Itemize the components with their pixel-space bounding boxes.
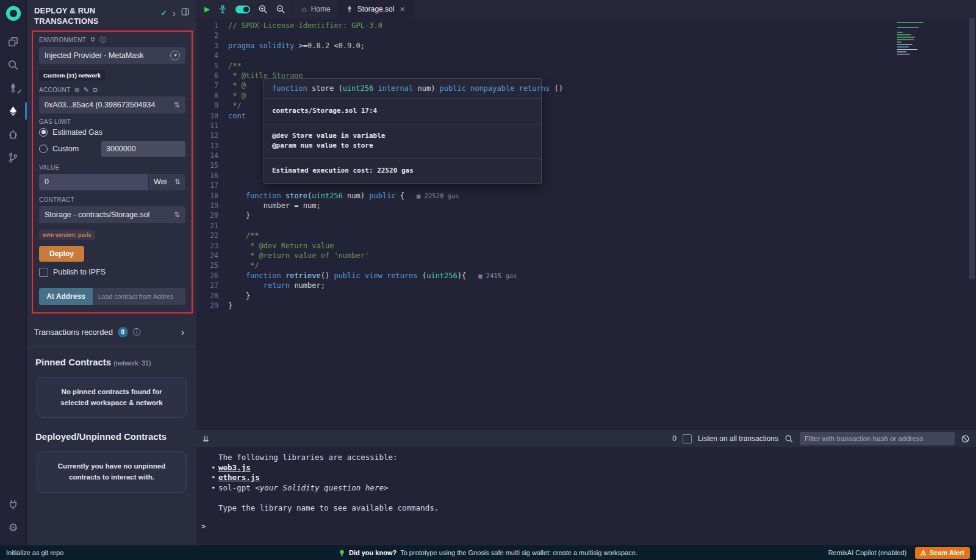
search-icon[interactable] bbox=[0, 53, 27, 76]
pin-panel-icon[interactable] bbox=[181, 7, 189, 18]
updown-icon: ⇅ bbox=[174, 210, 180, 219]
value-unit-select[interactable]: Wei ⇅ bbox=[149, 174, 185, 190]
line-number: 1 bbox=[196, 21, 228, 31]
listen-all-checkbox[interactable] bbox=[683, 434, 692, 443]
run-script-icon[interactable]: ▶ bbox=[204, 5, 210, 13]
line-number: 15 bbox=[196, 160, 228, 170]
copilot-status[interactable]: RemixAI Copilot (enabled) bbox=[828, 549, 906, 556]
code-line: 4 bbox=[196, 51, 976, 60]
terminal-output[interactable]: The following libraries are accessible:•… bbox=[196, 447, 976, 545]
environment-ok-icon: ✓ bbox=[160, 9, 167, 18]
debugger-icon[interactable] bbox=[0, 123, 27, 146]
publish-ipfs-label: Publish to IPFS bbox=[53, 268, 106, 276]
code-line: 23 * @dev Return value bbox=[196, 241, 976, 251]
hover-tooltip: function store (uint256 internal num) pu… bbox=[264, 78, 542, 184]
code-line: 25 */ bbox=[196, 260, 976, 270]
custom-gas-label: Custom bbox=[52, 145, 79, 153]
code-line: 18 function store(uint256 num) public {▦… bbox=[196, 191, 976, 201]
gas-estimate-badge: ▦ 2415 gas bbox=[478, 272, 517, 279]
accessibility-icon[interactable] bbox=[218, 4, 228, 14]
remix-ide-window: ✓ ⚙ DEPLOY & RUN TRANSACTIONS ✓ › bbox=[0, 0, 976, 560]
scam-alert-button[interactable]: ⚠ Scam Alert bbox=[915, 547, 970, 559]
word-wrap-toggle[interactable] bbox=[235, 5, 250, 13]
code-editor[interactable]: 1// SPDX-License-Identifier: GPL-3.023pr… bbox=[196, 18, 976, 430]
file-explorer-icon[interactable] bbox=[0, 30, 27, 53]
terminal-header: ⇊ 0 Listen on all transactions bbox=[196, 430, 976, 447]
tooltip-location: contracts/Storage.sol 17:4 bbox=[264, 99, 541, 124]
unpinned-empty-state: Currently you have no unpinned contracts… bbox=[37, 451, 187, 493]
plugin-manager-icon[interactable] bbox=[0, 493, 27, 516]
contract-label: CONTRACT bbox=[39, 196, 74, 203]
at-address-input[interactable] bbox=[93, 288, 185, 305]
terminal-filter-input[interactable] bbox=[800, 432, 955, 445]
code-line: 21 bbox=[196, 221, 976, 231]
line-number: 12 bbox=[196, 131, 228, 140]
remix-logo-icon[interactable] bbox=[4, 4, 23, 23]
library-link[interactable]: ethers.js bbox=[218, 473, 260, 482]
terminal-line: Type the library name to see available c… bbox=[218, 503, 976, 514]
line-number: 18 bbox=[196, 191, 228, 201]
code-line: 26 function retrieve() public view retur… bbox=[196, 271, 976, 281]
custom-gas-radio[interactable] bbox=[39, 145, 48, 153]
environment-info-icon[interactable]: ⓘ bbox=[99, 37, 106, 43]
code-line: 5/** bbox=[196, 61, 976, 71]
git-init-button[interactable]: Initialize as git repo bbox=[6, 549, 63, 556]
bulb-icon bbox=[339, 550, 345, 556]
contract-select[interactable]: Storage - contracts/Storage.sol ⇅ bbox=[39, 206, 185, 223]
code-line: 20 } bbox=[196, 210, 976, 220]
bullet-icon: • bbox=[211, 483, 218, 494]
terminal-line: •web3.js bbox=[218, 463, 976, 473]
terminal-line: The following libraries are accessible: bbox=[218, 453, 976, 463]
library-link[interactable]: web3.js bbox=[218, 463, 251, 472]
unpinned-contracts-heading: Deployed/Unpinned Contracts bbox=[27, 422, 196, 445]
terminal-search-icon[interactable] bbox=[784, 434, 794, 443]
terminal-prompt[interactable]: > bbox=[201, 522, 976, 532]
transactions-recorded-row: Transactions recorded 0 ⓘ › bbox=[27, 320, 196, 346]
deploy-run-icon[interactable] bbox=[0, 99, 27, 123]
at-address-button[interactable]: At Address bbox=[39, 288, 93, 305]
line-number: 23 bbox=[196, 241, 228, 251]
estimated-gas-radio[interactable] bbox=[39, 128, 48, 137]
status-bar: Initialize as git repo Did you know? To … bbox=[0, 545, 976, 560]
solidity-compiler-icon[interactable]: ✓ bbox=[0, 76, 27, 99]
git-icon[interactable] bbox=[0, 146, 27, 169]
transactions-info-icon[interactable]: ⓘ bbox=[133, 327, 141, 338]
updown-icon: ⇅ bbox=[174, 101, 180, 109]
caret-down-icon: ▾ bbox=[170, 51, 180, 60]
add-account-icon[interactable]: ⊕ bbox=[74, 87, 80, 93]
sign-message-icon[interactable]: ✎ bbox=[84, 87, 89, 93]
copy-account-icon[interactable]: ⧉ bbox=[93, 87, 98, 93]
line-number: 13 bbox=[196, 141, 228, 151]
close-tab-icon[interactable]: × bbox=[400, 4, 404, 14]
pinned-network-label: (network: 31) bbox=[113, 359, 151, 367]
settings-gear-icon[interactable]: ⚙ bbox=[0, 516, 27, 539]
editor-scrollbar[interactable] bbox=[969, 18, 975, 279]
editor-column: ▶ ⌂ Home Storage.sol × 1// SPDX-License-… bbox=[196, 0, 976, 545]
value-unit: Wei bbox=[154, 178, 167, 186]
code-line: 22 /** bbox=[196, 231, 976, 240]
environment-value: Injected Provider - MetaMask bbox=[45, 51, 170, 60]
custom-gas-input[interactable] bbox=[101, 141, 185, 157]
environment-select[interactable]: Injected Provider - MetaMask ▾ bbox=[39, 47, 185, 64]
zoom-out-icon[interactable] bbox=[276, 4, 285, 14]
line-number: 17 bbox=[196, 181, 228, 190]
publish-ipfs-checkbox[interactable] bbox=[39, 268, 48, 277]
code-line: 2 bbox=[196, 31, 976, 40]
did-you-know-tip: Did you know? To prototype using the Gno… bbox=[339, 549, 637, 556]
zoom-in-icon[interactable] bbox=[258, 4, 268, 14]
clear-console-icon[interactable] bbox=[961, 434, 970, 443]
terminal-expand-icon[interactable]: ⇊ bbox=[203, 434, 209, 443]
tab-home[interactable]: ⌂ Home bbox=[294, 0, 338, 18]
solidity-file-icon bbox=[346, 5, 353, 13]
minimap[interactable] bbox=[897, 22, 933, 56]
collapse-panel-icon[interactable]: › bbox=[173, 8, 176, 18]
transactions-expand-icon[interactable]: › bbox=[181, 327, 189, 338]
value-label: VALUE bbox=[39, 164, 60, 171]
code-line: 29} bbox=[196, 301, 976, 311]
account-select[interactable]: 0xA03...85ac4 (0.398673504934 ⇅ bbox=[39, 96, 185, 113]
terminal-line: •sol-gpt <your Solidity question here> bbox=[218, 483, 976, 494]
network-badge: Custom (31) network bbox=[39, 70, 105, 81]
value-input[interactable] bbox=[39, 174, 148, 190]
deploy-button[interactable]: Deploy bbox=[39, 246, 84, 262]
tab-storage-sol[interactable]: Storage.sol × bbox=[339, 0, 413, 18]
